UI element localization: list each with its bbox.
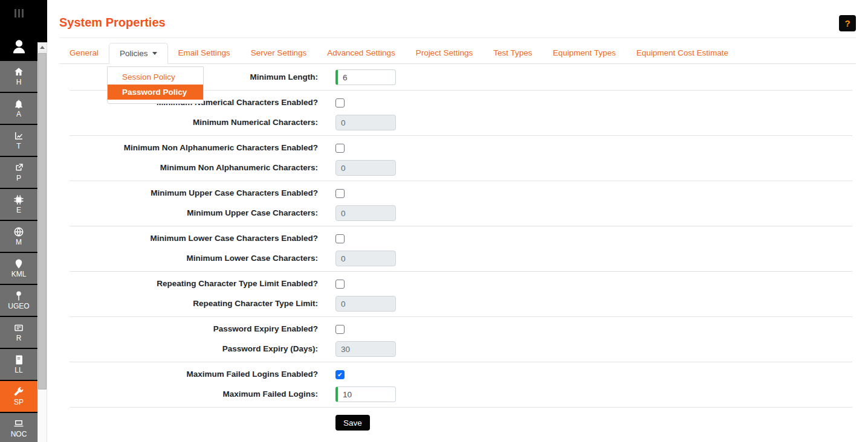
repeating-character-type-limit-input	[335, 296, 396, 312]
minimum-lower-case-characters-enabled-checkbox[interactable]	[335, 234, 345, 243]
row-divider	[70, 181, 852, 181]
save-button[interactable]: Save	[335, 415, 370, 431]
sidebar-item-label: M	[16, 239, 22, 246]
maximum-failed-logins-enabled-checkbox[interactable]	[335, 370, 345, 379]
minimum-numerical-characters-input	[335, 115, 396, 130]
sidebar-item-t[interactable]: T	[0, 125, 37, 156]
field-label: Minimum Lower Case Characters:	[70, 254, 318, 263]
minimum-upper-case-characters-enabled-checkbox[interactable]	[335, 189, 345, 198]
sidebar-item-p[interactable]: P	[0, 157, 37, 188]
share-icon	[13, 162, 24, 173]
field-label: Password Expiry Enabled?	[70, 324, 318, 334]
field-label: Minimum Non Alphanumeric Characters Enab…	[70, 143, 318, 153]
menu-item-session-policy[interactable]: Session Policy	[108, 69, 203, 85]
row-divider	[70, 226, 852, 226]
tab-email-settings[interactable]: Email Settings	[168, 43, 241, 63]
tab-equipment-types[interactable]: Equipment Types	[543, 43, 626, 63]
sidebar-item-label: KML	[11, 271, 27, 278]
repeating-character-type-limit-enabled-checkbox[interactable]	[335, 280, 345, 289]
sidebar-item-label: SP	[14, 399, 24, 406]
field-label: Minimum Non Alphanumeric Characters:	[70, 163, 318, 173]
sidebar-item-label: P	[16, 175, 21, 182]
form-row: Minimum Numerical Characters:	[70, 115, 852, 130]
sidebar-item-label: LL	[15, 367, 22, 374]
form-row: Minimum Lower Case Characters:	[70, 251, 852, 266]
sidebar-item-sp[interactable]: SP	[0, 381, 37, 412]
row-divider	[70, 135, 852, 136]
form-row: Minimum Upper Case Characters:	[70, 205, 852, 221]
field-label: Minimum Numerical Characters:	[70, 118, 318, 127]
form-row: Minimum Non Alphanumeric Characters Enab…	[70, 143, 852, 153]
wrench-icon	[13, 386, 24, 397]
sidebar-item-a[interactable]: A	[0, 93, 37, 124]
book-icon	[13, 354, 24, 365]
password-expiry-days-input	[335, 341, 396, 357]
help-button[interactable]: ?	[839, 15, 856, 31]
sidebar-item-label: H	[16, 78, 22, 86]
sidebar-nav: H A T P E	[0, 61, 37, 442]
field-label: Maximum Failed Logins Enabled?	[70, 370, 318, 379]
maximum-failed-logins-input[interactable]	[335, 386, 396, 402]
scrollbar-up-button[interactable]	[37, 42, 47, 53]
tab-project-settings[interactable]: Project Settings	[406, 43, 484, 63]
form-row: Password Expiry Enabled?	[70, 324, 852, 334]
sidebar-item-r[interactable]: R	[0, 317, 37, 348]
password-expiry-enabled-checkbox[interactable]	[335, 325, 345, 334]
sidebar-item-label: R	[16, 335, 22, 342]
sidebar-item-noc[interactable]: NOC	[0, 413, 37, 442]
field-label: Minimum Upper Case Characters:	[70, 208, 318, 218]
menu-toggle-button[interactable]	[0, 9, 37, 19]
user-icon[interactable]	[0, 37, 37, 56]
map-pin-icon	[13, 290, 24, 301]
sidebar-item-kml[interactable]: KML	[0, 253, 37, 284]
sidebar-item-label: A	[16, 110, 21, 118]
row-divider	[70, 362, 852, 362]
tab-general[interactable]: General	[59, 43, 109, 63]
sidebar: H A T P E	[0, 0, 37, 442]
minimum-length-input[interactable]	[335, 69, 396, 85]
form-row: Repeating Character Type Limit Enabled?	[70, 279, 852, 289]
row-divider	[70, 316, 852, 317]
sidebar-item-e[interactable]: E	[0, 189, 37, 220]
field-label: Minimum Lower Case Characters Enabled?	[70, 234, 318, 243]
tab-policies[interactable]: Policies	[109, 43, 168, 64]
minimum-numerical-characters-enabled-checkbox[interactable]	[335, 98, 345, 107]
map-marker-icon	[13, 258, 24, 269]
menu-item-password-policy[interactable]: Password Policy	[108, 85, 203, 100]
chart-line-icon	[13, 130, 24, 141]
laptop-icon	[13, 418, 24, 429]
row-divider	[70, 407, 852, 408]
sidebar-item-m[interactable]: M	[0, 221, 37, 252]
form-row: Maximum Failed Logins Enabled?	[70, 370, 852, 379]
tab-bar: General Policies Email Settings Server S…	[59, 43, 856, 64]
field-label: Minimum Upper Case Characters Enabled?	[70, 188, 318, 198]
sidebar-item-label: UGEO	[8, 303, 29, 310]
field-label: Repeating Character Type Limit Enabled?	[70, 279, 318, 289]
chevron-down-icon	[152, 52, 157, 55]
sidebar-item-ll[interactable]: LL	[0, 349, 37, 380]
newspaper-icon	[13, 322, 24, 333]
home-icon	[13, 66, 24, 77]
tab-equipment-cost-estimate[interactable]: Equipment Cost Estimate	[626, 43, 739, 63]
tab-advanced-settings[interactable]: Advanced Settings	[317, 43, 406, 63]
field-label: Repeating Character Type Limit:	[70, 299, 318, 309]
tab-policies-label: Policies	[120, 49, 148, 58]
tab-test-types[interactable]: Test Types	[483, 43, 542, 63]
form-row: Minimum Lower Case Characters Enabled?	[70, 234, 852, 243]
minimum-upper-case-characters-input	[335, 205, 396, 221]
scrollbar-thumb[interactable]	[38, 53, 47, 389]
sidebar-item-label: E	[16, 207, 21, 214]
minimum-non-alphanumeric-characters-input	[335, 160, 396, 176]
title-divider	[59, 37, 856, 38]
sidebar-item-h[interactable]: H	[0, 61, 37, 92]
form-row: Password Expiry (Days):	[70, 341, 852, 357]
bell-icon	[13, 98, 24, 109]
microchip-icon	[13, 194, 24, 205]
password-policy-form: Minimum Length: Minimum Numerical Charac…	[70, 69, 852, 431]
minimum-lower-case-characters-input	[335, 251, 396, 266]
minimum-non-alphanumeric-characters-enabled-checkbox[interactable]	[335, 144, 345, 153]
tab-server-settings[interactable]: Server Settings	[241, 43, 317, 63]
sidebar-scrollbar	[37, 0, 47, 442]
row-divider	[70, 271, 852, 272]
sidebar-item-ugeo[interactable]: UGEO	[0, 285, 37, 316]
